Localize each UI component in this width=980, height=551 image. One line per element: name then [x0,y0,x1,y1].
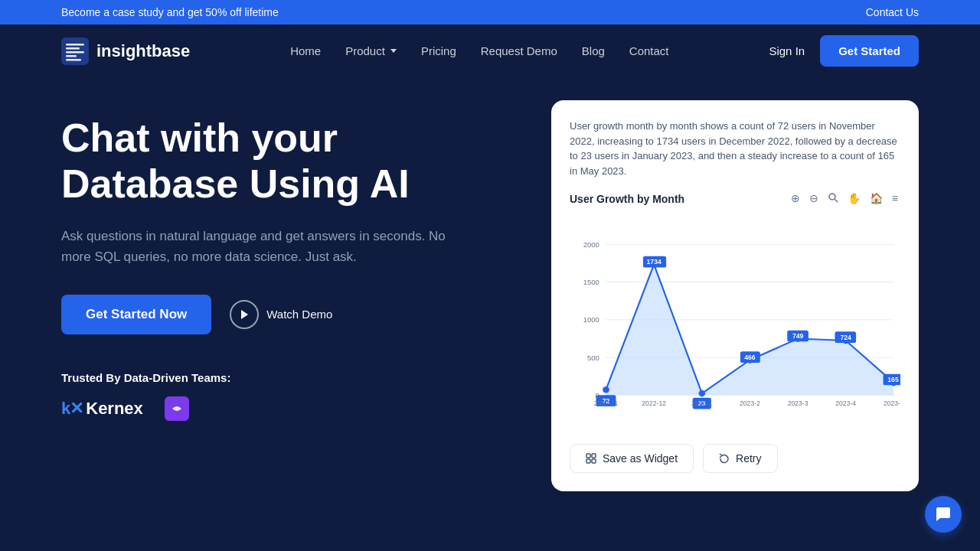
svg-point-6 [829,194,835,200]
svg-text:1500: 1500 [583,278,599,286]
retry-icon [719,453,730,464]
retry-button[interactable]: Retry [703,444,777,473]
chart-footer: Save as Widget Retry [570,444,900,473]
shortcut-icon [169,401,185,416]
svg-rect-50 [592,459,596,463]
svg-text:165: 165 [887,376,899,383]
zoom-in-icon[interactable]: ⊕ [789,191,802,207]
svg-text:500: 500 [587,354,599,362]
chart-title: User Growth by Month [570,193,684,205]
chat-icon [935,506,952,523]
nav-product[interactable]: Product [345,44,397,57]
nav-pricing[interactable]: Pricing [421,44,456,57]
svg-text:2023-5: 2023-5 [884,399,900,407]
line-chart-svg: 2000 1500 1000 500 0 [570,213,900,435]
hero-subtitle: Ask questions in natural language and ge… [61,226,459,267]
nav-contact[interactable]: Contact [629,44,669,57]
svg-rect-3 [66,51,84,54]
nav-home[interactable]: Home [290,44,321,57]
contact-us-link[interactable]: Contact Us [866,6,919,18]
nav-request-demo[interactable]: Request Demo [481,44,557,57]
sign-in-button[interactable]: Sign In [769,44,805,57]
chart-area: 2000 1500 1000 500 0 [570,213,900,435]
search-chart-icon[interactable] [825,191,841,207]
main-content: Chat with your Database Using AI Ask que… [0,77,980,507]
hand-icon[interactable]: ✋ [845,191,863,207]
play-triangle-icon [240,309,249,320]
nav-links: Home Product Pricing Request Demo Blog C… [290,44,668,58]
svg-text:466: 466 [744,354,756,361]
svg-line-7 [835,200,838,203]
svg-rect-1 [66,44,84,46]
navbar: insightbase Home Product Pricing Request… [0,24,980,77]
svg-point-25 [698,390,705,397]
cta-row: Get Started Now Watch Demo [61,295,521,334]
svg-rect-4 [66,55,77,57]
logo-icon [61,37,89,65]
zoom-out-icon[interactable]: ⊖ [807,191,821,207]
top-banner: Become a case study and get 50% off life… [0,0,980,24]
chat-bubble-button[interactable] [925,496,962,533]
svg-text:2023-3: 2023-3 [788,399,808,407]
shortcut-icon-box [165,396,189,421]
banner-text: Become a case study and get 50% off life… [61,6,279,18]
svg-rect-49 [586,459,590,463]
chevron-down-icon [390,49,397,53]
svg-text:2022-11: 2022-11 [594,399,619,407]
get-started-now-button[interactable]: Get Started Now [61,295,211,334]
svg-text:2023-1: 2023-1 [691,399,712,407]
chart-description: User growth month by month shows a count… [570,119,900,178]
hero-title: Chat with your Database Using AI [61,116,521,207]
play-icon [230,300,259,329]
chart-controls: ⊕ ⊖ ✋ 🏠 ≡ [789,191,900,207]
kernex-logo: k✕ Kernex [61,399,143,419]
svg-rect-2 [66,47,80,50]
svg-text:2000: 2000 [583,240,599,249]
kernex-name: Kernex [86,399,143,419]
home-icon[interactable]: 🏠 [867,191,885,207]
svg-text:1734: 1734 [647,258,662,266]
shortcut-logo [165,396,189,421]
svg-text:2023-4: 2023-4 [835,399,856,407]
logos-row: k✕ Kernex [61,396,521,421]
logo[interactable]: insightbase [61,37,190,65]
trusted-label: Trusted By Data-Driven Teams: [61,371,521,384]
svg-text:2022-12: 2022-12 [642,399,666,407]
svg-text:1000: 1000 [583,315,599,324]
logo-text: insightbase [96,41,190,61]
magnify-icon [828,192,838,203]
svg-marker-18 [606,264,894,395]
get-started-nav-button[interactable]: Get Started [820,35,919,67]
watch-demo-button[interactable]: Watch Demo [230,300,332,329]
svg-text:2023-2: 2023-2 [740,399,760,407]
chart-header: User Growth by Month ⊕ ⊖ ✋ 🏠 ≡ [570,191,900,207]
widget-icon [586,453,596,464]
svg-text:749: 749 [792,332,804,340]
menu-icon[interactable]: ≡ [890,191,900,207]
svg-rect-48 [592,454,596,458]
svg-rect-47 [586,454,590,458]
svg-rect-5 [66,59,81,61]
nav-right: Sign In Get Started [769,35,919,67]
svg-point-19 [603,386,609,393]
left-side: Chat with your Database Using AI Ask que… [61,100,521,421]
chart-panel: User growth month by month shows a count… [551,100,919,491]
kernex-prefix: k✕ [61,399,83,419]
nav-blog[interactable]: Blog [582,44,605,57]
save-as-widget-button[interactable]: Save as Widget [570,444,694,473]
svg-text:724: 724 [841,334,852,341]
